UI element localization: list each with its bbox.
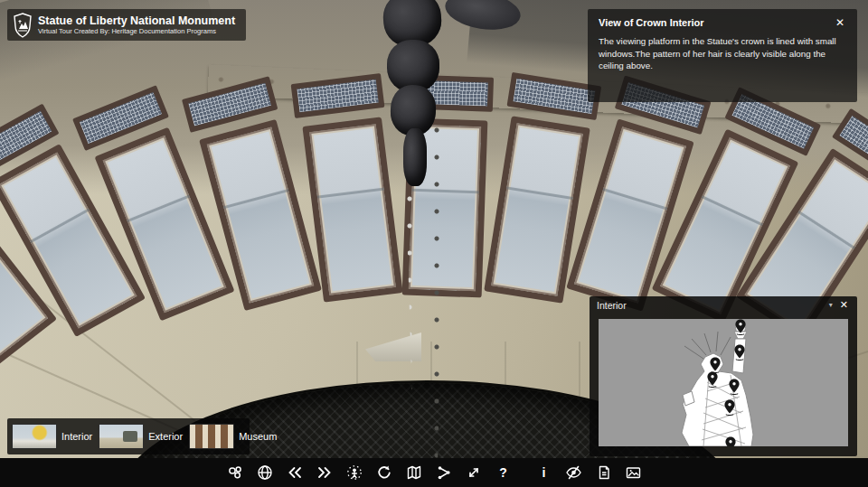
info-panel-title: View of Crown Interior — [599, 17, 704, 28]
scene-item-interior[interactable]: Interior — [12, 424, 92, 449]
document-icon[interactable] — [594, 463, 614, 482]
previous-icon[interactable] — [285, 463, 305, 482]
chevron-down-icon[interactable]: ▾ — [829, 301, 833, 309]
tour-title: Statue of Liberty National Monument — [38, 14, 235, 27]
info-panel: View of Crown Interior ✕ The viewing pla… — [588, 9, 857, 102]
autorotate-icon[interactable] — [374, 463, 394, 482]
pin-base[interactable] — [725, 437, 735, 447]
virtual-tour-viewport[interactable]: Statue of Liberty National Monument Virt… — [0, 0, 868, 487]
close-icon[interactable]: ✕ — [838, 299, 850, 311]
hide-ui-icon[interactable] — [564, 463, 584, 482]
statue-cross-section-map[interactable] — [599, 319, 848, 446]
gallery-icon[interactable] — [624, 463, 644, 482]
scene-switcher: Interior Exterior Museum — [7, 418, 250, 454]
map-panel-titlebar[interactable]: Interior ▾ ✕ — [590, 296, 857, 314]
nps-arrowhead-logo — [13, 13, 33, 38]
map-panel: Interior ▾ ✕ — [590, 296, 857, 456]
scene-label[interactable]: Exterior — [148, 431, 183, 442]
interior-thumbnail[interactable] — [12, 424, 57, 449]
share-icon[interactable] — [434, 463, 454, 482]
fullscreen-icon[interactable] — [464, 463, 484, 482]
scene-label[interactable]: Interior — [61, 431, 92, 442]
info-panel-description: The viewing platform in the Statue's cro… — [599, 35, 846, 72]
gyroscope-icon[interactable] — [344, 463, 364, 482]
scene-item-museum[interactable]: Museum — [189, 424, 277, 449]
close-icon[interactable]: ✕ — [834, 16, 846, 29]
next-icon[interactable] — [315, 463, 335, 482]
scene-item-exterior[interactable]: Exterior — [99, 424, 183, 449]
map-icon[interactable] — [404, 463, 424, 482]
tour-header: Statue of Liberty National Monument Virt… — [7, 9, 246, 41]
tour-subtitle: Virtual Tour Created By: Heritage Docume… — [38, 27, 235, 35]
map-panel-title: Interior — [597, 300, 824, 311]
exterior-thumbnail[interactable] — [99, 424, 144, 449]
scene-label[interactable]: Museum — [239, 431, 277, 442]
rings-icon[interactable] — [225, 463, 245, 482]
globe-icon[interactable] — [255, 463, 275, 482]
info-icon[interactable]: i — [534, 463, 554, 482]
statue-line-drawing — [599, 319, 848, 446]
tour-toolbar: ? i — [0, 458, 868, 487]
museum-thumbnail[interactable] — [189, 424, 234, 449]
help-icon[interactable]: ? — [494, 463, 514, 482]
